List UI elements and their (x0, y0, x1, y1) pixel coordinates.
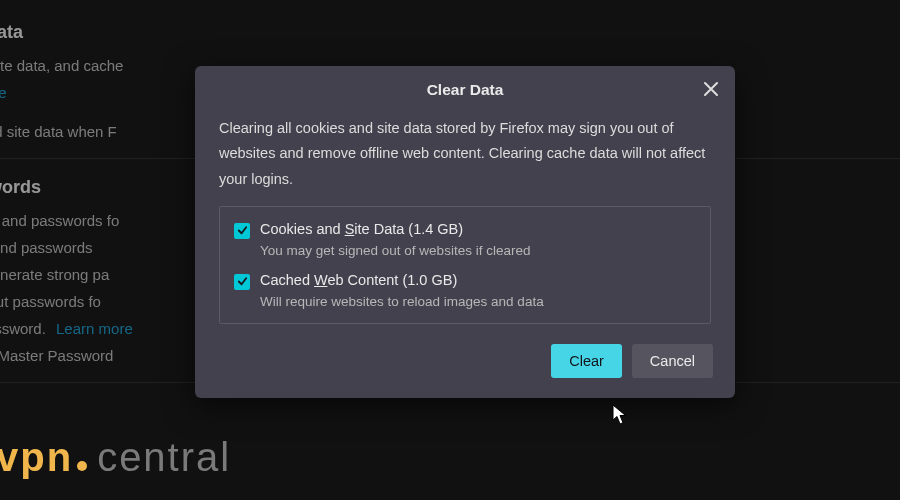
close-icon (704, 82, 718, 99)
option-cache-label[interactable]: Cached Web Content (1.0 GB) (260, 272, 457, 288)
dialog-footer: Clear Cancel (195, 330, 735, 394)
option-cookies-desc: You may get signed out of websites if cl… (260, 243, 696, 258)
dialog-title: Clear Data (427, 81, 504, 99)
clear-button[interactable]: Clear (551, 344, 622, 378)
option-cookies-site-data: Cookies and Site Data (1.4 GB) You may g… (234, 221, 696, 258)
checkbox-cookies[interactable] (234, 223, 250, 239)
dialog-body: Clearing all cookies and site data store… (195, 114, 735, 330)
options-group: Cookies and Site Data (1.4 GB) You may g… (219, 206, 711, 324)
option-cookies-label[interactable]: Cookies and Site Data (1.4 GB) (260, 221, 463, 237)
dialog-header: Clear Data (195, 66, 735, 114)
cancel-button[interactable]: Cancel (632, 344, 713, 378)
option-cache-desc: Will require websites to reload images a… (260, 294, 696, 309)
checkbox-cache[interactable] (234, 274, 250, 290)
dialog-description: Clearing all cookies and site data store… (219, 116, 711, 192)
close-button[interactable] (697, 76, 725, 104)
clear-data-dialog: Clear Data Clearing all cookies and site… (195, 66, 735, 398)
checkmark-icon (237, 223, 248, 239)
option-cached-web-content: Cached Web Content (1.0 GB) Will require… (234, 272, 696, 309)
checkmark-icon (237, 274, 248, 290)
